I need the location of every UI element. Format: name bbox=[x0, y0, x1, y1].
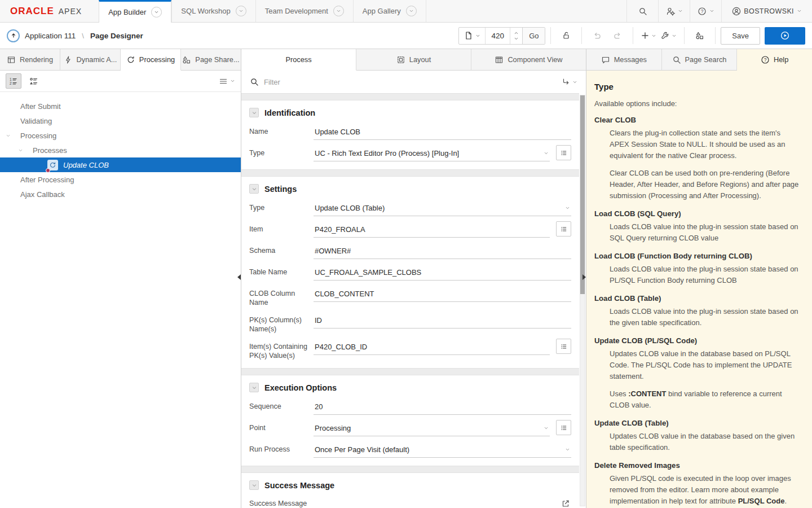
tab-messages[interactable]: Messages bbox=[586, 49, 662, 70]
page-lock-button[interactable] bbox=[556, 27, 576, 45]
filter-input[interactable] bbox=[264, 78, 557, 86]
shared-components-button[interactable] bbox=[690, 27, 710, 45]
help-definition: Clear CLOB can be used both on pre-rende… bbox=[594, 168, 801, 202]
tab-help[interactable]: ?Help bbox=[737, 49, 812, 71]
scrollbar-thumb[interactable] bbox=[580, 95, 585, 294]
tab-rendering[interactable]: Rendering bbox=[0, 49, 60, 70]
collapse-section-button[interactable] bbox=[249, 480, 259, 490]
group-by-type-button[interactable] bbox=[26, 73, 42, 89]
tree-item-label: After Submit bbox=[20, 102, 61, 111]
nav-tab-sql-workshop[interactable]: SQL Workshop bbox=[171, 0, 255, 22]
property-select[interactable]: Once Per Page Visit (default) bbox=[314, 441, 571, 458]
search-icon bbox=[638, 7, 647, 16]
search-icon bbox=[672, 55, 681, 64]
tree-item-after-submit[interactable]: After Submit bbox=[0, 99, 241, 113]
tree-expand-icon[interactable] bbox=[6, 133, 11, 138]
property-row: TypeUpdate CLOB (Table) bbox=[241, 197, 579, 218]
create-button[interactable] bbox=[638, 27, 659, 45]
tree-expand-icon[interactable] bbox=[18, 148, 23, 153]
go-to-group-control[interactable] bbox=[562, 77, 577, 86]
collapse-section-button[interactable] bbox=[249, 108, 259, 117]
collapse-icon bbox=[251, 384, 258, 391]
tree-item-processes[interactable]: Processes bbox=[0, 143, 241, 157]
tree-item-update-clob[interactable]: Update CLOB bbox=[0, 157, 241, 172]
help-menu-button[interactable]: ? bbox=[690, 0, 721, 22]
tab-menu-badge[interactable] bbox=[236, 6, 246, 16]
vertical-scrollbar[interactable] bbox=[580, 95, 585, 506]
save-button[interactable]: Save bbox=[721, 27, 760, 45]
tree-item-label: Processing bbox=[20, 132, 56, 140]
section-header: Execution Options bbox=[241, 375, 579, 396]
center-panel-tabs: ProcessLayoutComponent View bbox=[241, 49, 586, 71]
property-select[interactable]: Update CLOB (Table) bbox=[314, 200, 571, 216]
tab-page-share-[interactable]: Page Share... bbox=[181, 49, 241, 70]
tree-item-after-processing[interactable]: After Processing bbox=[0, 172, 241, 187]
help-circle-icon: ? bbox=[761, 55, 770, 64]
tab-menu-badge[interactable] bbox=[151, 7, 162, 17]
property-value: UC - Rich Text Editor Pro (Process) [Plu… bbox=[315, 149, 459, 157]
property-value: UC_FROALA_SAMPLE_CLOBS bbox=[315, 268, 421, 277]
tab-process[interactable]: Process bbox=[241, 49, 356, 71]
quick-pick-button[interactable] bbox=[556, 420, 571, 435]
page-number-stepper[interactable] bbox=[510, 28, 522, 44]
property-select[interactable]: Processing bbox=[314, 420, 550, 436]
property-row: Sequence20 bbox=[241, 396, 579, 417]
breadcrumb-application[interactable]: Application 111 bbox=[25, 32, 76, 40]
user-menu[interactable]: BOSTROWSKI bbox=[721, 0, 812, 22]
redo-button[interactable] bbox=[607, 27, 628, 45]
open-code-editor-icon[interactable] bbox=[561, 499, 570, 508]
property-input[interactable]: UC_FROALA_SAMPLE_CLOBS bbox=[314, 264, 571, 281]
filter-row bbox=[241, 71, 586, 93]
collapse-left-splitter[interactable] bbox=[237, 274, 241, 280]
tab-menu-badge[interactable] bbox=[406, 6, 417, 16]
section-separator bbox=[241, 93, 579, 100]
tab-component-view[interactable]: Component View bbox=[471, 49, 586, 70]
tab-processing[interactable]: Processing bbox=[121, 49, 181, 71]
property-input[interactable]: CLOB_CONTENT bbox=[314, 286, 571, 302]
tree-item-processing[interactable]: Processing bbox=[0, 128, 241, 143]
tab-page-search[interactable]: Page Search bbox=[662, 49, 738, 70]
property-input[interactable]: #OWNER# bbox=[314, 243, 571, 259]
tab-dynamic-a-[interactable]: Dynamic A... bbox=[60, 49, 121, 70]
quick-pick-button[interactable] bbox=[556, 339, 571, 354]
property-label: Schema bbox=[249, 243, 314, 255]
quick-pick-button[interactable] bbox=[556, 221, 571, 237]
property-input[interactable]: P420_CLOB_ID bbox=[314, 339, 550, 355]
property-label: Item(s) Containing PK(s) Value(s) bbox=[249, 339, 314, 360]
go-to-application-button[interactable] bbox=[7, 29, 20, 42]
tab-layout[interactable]: Layout bbox=[356, 49, 471, 70]
go-button[interactable]: Go bbox=[522, 28, 545, 44]
property-value: CLOB_CONTENT bbox=[315, 290, 374, 298]
property-input[interactable]: 20 bbox=[314, 398, 571, 415]
undo-button[interactable] bbox=[587, 27, 607, 45]
nav-tab-team-development[interactable]: Team Development bbox=[255, 0, 353, 22]
administration-menu-button[interactable] bbox=[658, 0, 690, 22]
section-header: Settings bbox=[241, 177, 579, 197]
quick-pick-icon bbox=[561, 343, 567, 350]
nav-tab-app-gallery[interactable]: App Gallery bbox=[353, 0, 426, 22]
collapse-right-splitter[interactable] bbox=[582, 274, 586, 280]
tree-item-ajax-callback[interactable]: Ajax Callback bbox=[0, 187, 241, 202]
utilities-button[interactable] bbox=[659, 27, 679, 45]
help-definition: Loads CLOB value into the plug-in sessio… bbox=[594, 306, 801, 329]
run-button[interactable] bbox=[765, 27, 805, 45]
property-value: #OWNER# bbox=[315, 247, 351, 255]
page-picker-button[interactable] bbox=[459, 28, 485, 44]
property-input[interactable]: Update CLOB bbox=[314, 124, 571, 140]
collapse-section-button[interactable] bbox=[249, 383, 259, 392]
tree-menu-button[interactable] bbox=[219, 77, 235, 86]
help-entry: Load CLOB (Function Body returning CLOB)… bbox=[594, 252, 801, 286]
property-input[interactable]: ID bbox=[314, 312, 571, 329]
quick-pick-button[interactable] bbox=[556, 145, 571, 160]
header-search-button[interactable] bbox=[626, 0, 658, 22]
svg-text:2: 2 bbox=[10, 81, 12, 85]
tree-item-validating[interactable]: Validating bbox=[0, 113, 241, 128]
sort-sequence-button[interactable]: 12 bbox=[6, 73, 21, 89]
page-number-input[interactable]: 420 bbox=[485, 28, 510, 44]
tab-menu-badge[interactable] bbox=[333, 6, 344, 16]
property-input[interactable]: P420_FROALA bbox=[314, 221, 550, 238]
collapse-section-button[interactable] bbox=[249, 184, 259, 194]
nav-tab-app-builder[interactable]: App Builder bbox=[99, 0, 171, 23]
property-select[interactable]: UC - Rich Text Editor Pro (Process) [Plu… bbox=[314, 145, 550, 161]
shapes-icon bbox=[695, 31, 704, 40]
